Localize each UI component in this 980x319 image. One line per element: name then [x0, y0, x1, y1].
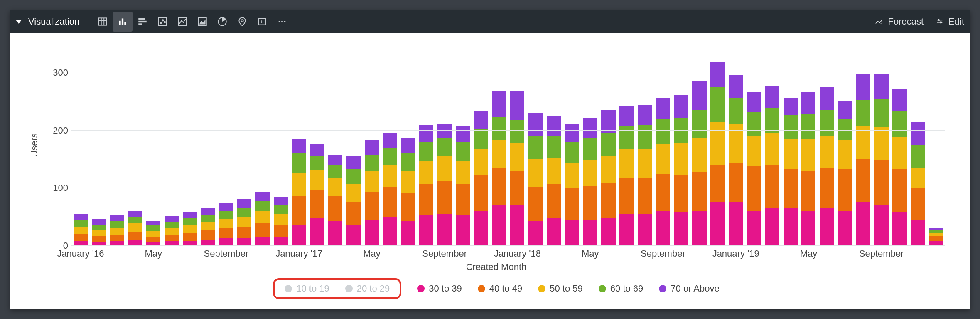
bar-segment[interactable]	[747, 112, 761, 136]
bar-segment[interactable]	[201, 230, 215, 240]
bar-segment[interactable]	[565, 163, 579, 188]
bar-segment[interactable]	[674, 118, 688, 143]
bar-segment[interactable]	[183, 218, 197, 225]
bar-segment[interactable]	[784, 169, 798, 208]
bar-segment[interactable]	[710, 165, 725, 202]
bar-segment[interactable]	[729, 202, 743, 245]
stacked-bar[interactable]	[492, 91, 506, 245]
stacked-bar[interactable]	[547, 116, 561, 245]
bar-segment[interactable]	[183, 212, 197, 218]
area-chart-icon[interactable]	[192, 12, 212, 32]
stacked-bar[interactable]	[219, 203, 233, 245]
bar-segment[interactable]	[346, 184, 361, 202]
bar-segment[interactable]	[601, 183, 615, 218]
bar-segment[interactable]	[929, 241, 943, 245]
bar-segment[interactable]	[729, 75, 743, 98]
bar-segment[interactable]	[383, 217, 397, 245]
stacked-bar[interactable]	[474, 111, 488, 245]
bar-segment[interactable]	[583, 220, 597, 245]
bar-segment[interactable]	[165, 228, 179, 235]
bar-segment[interactable]	[110, 241, 124, 245]
bar-segment[interactable]	[820, 110, 834, 136]
bar-segment[interactable]	[92, 219, 106, 225]
bar-segment[interactable]	[310, 190, 324, 218]
bar-segment[interactable]	[146, 225, 160, 231]
bar-segment[interactable]	[146, 231, 160, 237]
bar-segment[interactable]	[401, 193, 415, 221]
bar-segment[interactable]	[838, 101, 852, 119]
scatter-chart-icon[interactable]	[152, 12, 172, 32]
bar-segment[interactable]	[892, 169, 906, 212]
bar-segment[interactable]	[765, 133, 779, 165]
bar-segment[interactable]	[801, 171, 815, 211]
bar-segment[interactable]	[92, 236, 106, 242]
bar-segment[interactable]	[892, 89, 906, 111]
bar-segment[interactable]	[292, 153, 306, 173]
bar-segment[interactable]	[801, 211, 815, 245]
bar-segment[interactable]	[328, 178, 342, 196]
bar-segment[interactable]	[801, 114, 815, 139]
bar-segment[interactable]	[838, 119, 852, 139]
bar-segment[interactable]	[656, 211, 670, 245]
bar-segment[interactable]	[784, 139, 798, 169]
bar-segment[interactable]	[128, 232, 142, 240]
bar-segment[interactable]	[784, 98, 798, 115]
bar-segment[interactable]	[692, 211, 706, 245]
bar-segment[interactable]	[583, 118, 597, 138]
bar-segment[interactable]	[856, 74, 870, 100]
bar-segment[interactable]	[274, 225, 288, 237]
more-icon[interactable]	[272, 12, 292, 32]
bar-segment[interactable]	[128, 217, 142, 224]
bar-segment[interactable]	[146, 242, 160, 245]
bar-segment[interactable]	[201, 222, 215, 230]
bar-segment[interactable]	[274, 205, 288, 214]
stacked-bar[interactable]	[237, 199, 251, 245]
stacked-bar[interactable]	[838, 101, 852, 245]
bar-segment[interactable]	[310, 144, 324, 156]
bar-segment[interactable]	[911, 122, 925, 145]
stacked-bar[interactable]	[383, 133, 397, 245]
bar-segment[interactable]	[892, 111, 906, 137]
bar-segment[interactable]	[601, 156, 615, 183]
bar-segment[interactable]	[74, 234, 88, 241]
pie-chart-icon[interactable]	[212, 12, 232, 32]
bar-segment[interactable]	[492, 205, 506, 245]
bar-segment[interactable]	[638, 125, 652, 149]
stacked-bar[interactable]	[328, 155, 342, 245]
stacked-bar[interactable]	[892, 89, 906, 245]
bar-segment[interactable]	[510, 143, 524, 171]
bar-segment[interactable]	[656, 119, 670, 144]
stacked-bar[interactable]	[183, 212, 197, 245]
bar-segment[interactable]	[437, 138, 452, 156]
bar-segment[interactable]	[310, 156, 324, 170]
bar-segment[interactable]	[510, 205, 524, 245]
bar-segment[interactable]	[874, 205, 889, 245]
stacked-bar[interactable]	[92, 219, 106, 245]
stacked-bar[interactable]	[146, 221, 160, 245]
bar-segment[interactable]	[565, 220, 579, 245]
bar-segment[interactable]	[492, 91, 506, 117]
stacked-bar[interactable]	[110, 215, 124, 245]
bar-segment[interactable]	[419, 125, 433, 142]
bar-segment[interactable]	[638, 105, 652, 125]
stacked-bar[interactable]	[710, 62, 725, 246]
bar-segment[interactable]	[365, 140, 379, 155]
bar-segment[interactable]	[474, 149, 488, 175]
bar-segment[interactable]	[274, 237, 288, 245]
bar-segment[interactable]	[346, 156, 361, 169]
stacked-bar[interactable]	[419, 125, 433, 245]
bar-segment[interactable]	[911, 145, 925, 168]
bar-segment[interactable]	[692, 110, 706, 138]
bar-segment[interactable]	[765, 86, 779, 108]
stacked-bar[interactable]	[528, 113, 543, 245]
bar-segment[interactable]	[619, 106, 634, 126]
bar-segment[interactable]	[365, 155, 379, 171]
bar-segment[interactable]	[747, 166, 761, 211]
line-chart-icon[interactable]	[172, 12, 192, 32]
bar-segment[interactable]	[219, 228, 233, 239]
bar-segment[interactable]	[146, 221, 160, 225]
bar-segment[interactable]	[183, 225, 197, 232]
bar-segment[interactable]	[474, 211, 488, 245]
bar-segment[interactable]	[892, 137, 906, 169]
bar-segment[interactable]	[255, 192, 270, 201]
